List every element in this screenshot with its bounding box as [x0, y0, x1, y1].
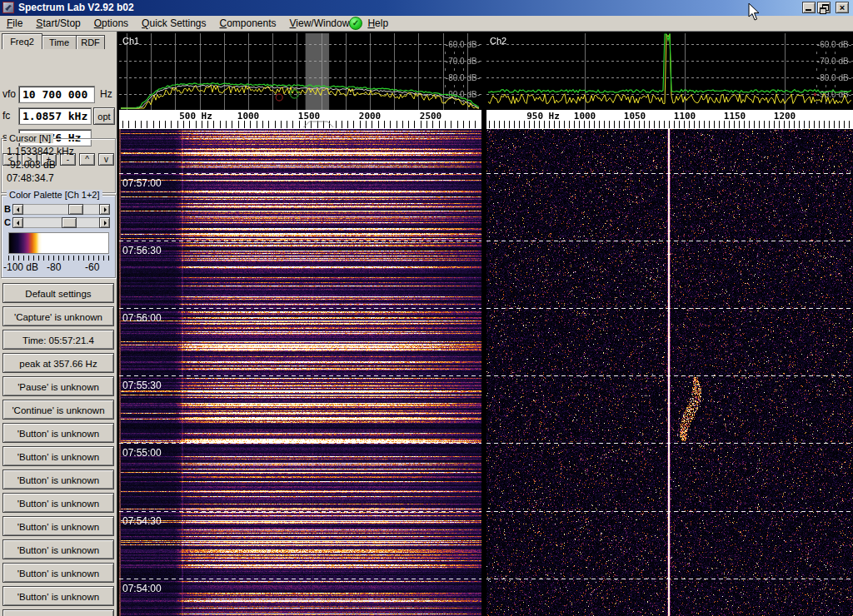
- action-button-8-button-is-unknown[interactable]: 'Button' is unknown: [2, 469, 114, 489]
- palette-scale-label-80: -80: [47, 261, 61, 273]
- sidebar: Freq2TimeRDF vfo 10 700 000 Hz fc 1.0857…: [0, 32, 117, 616]
- fc-input[interactable]: 1.0857 kHz: [18, 107, 92, 125]
- action-button-2-time-05-57-21-4[interactable]: Time: 05:57:21.4: [2, 330, 114, 350]
- cursor-time-readout: 07:48:34.7: [7, 172, 54, 184]
- menu-item-file[interactable]: File: [0, 16, 29, 32]
- ch2-frequency-ruler[interactable]: [486, 110, 853, 129]
- action-button-10-button-is-unknown[interactable]: 'Button' is unknown: [2, 516, 114, 536]
- action-button-partial[interactable]: [2, 609, 114, 616]
- menu-item-options[interactable]: Options: [87, 16, 135, 32]
- cursor-readout-panel: Cursor [N] 1.1533842 kHz -92.003 dB 07:4…: [1, 138, 116, 193]
- contrast-slider[interactable]: [12, 217, 110, 228]
- titlebar[interactable]: Spectrum Lab V2.92 b02 ×: [0, 0, 853, 16]
- ch2-spectrum-graph[interactable]: [486, 33, 853, 110]
- contrast-left-arrow-icon[interactable]: [12, 217, 23, 228]
- vfo-label: vfo: [2, 88, 16, 100]
- ch1-spectrum-graph[interactable]: [119, 33, 481, 110]
- fc-label: fc: [2, 110, 10, 122]
- minimize-button[interactable]: [802, 2, 816, 13]
- action-button-6-button-is-unknown[interactable]: 'Button' is unknown: [2, 423, 114, 443]
- status-activity-icon: ✓: [349, 17, 362, 30]
- cursor-frequency-readout: 1.1533842 kHz: [7, 146, 74, 157]
- ch2-waterfall[interactable]: [486, 129, 853, 616]
- action-button-9-button-is-unknown[interactable]: 'Button' is unknown: [2, 493, 114, 513]
- display-area: [117, 32, 853, 616]
- action-button-12-button-is-unknown[interactable]: 'Button' is unknown: [2, 563, 114, 583]
- palette-scale-label-100-db: -100 dB: [3, 261, 38, 273]
- action-button-1-capture-is-unknown[interactable]: 'Capture' is unknown: [2, 306, 114, 326]
- menubar: FileStart/StopOptionsQuick SettingsCompo…: [0, 16, 853, 32]
- window-title: Spectrum Lab V2.92 b02: [18, 0, 134, 16]
- cursor-panel-title: Cursor [N]: [7, 133, 53, 143]
- palette-scale-label-60: -60: [85, 261, 99, 273]
- tab-freq2[interactable]: Freq2: [2, 33, 42, 49]
- opt-button[interactable]: opt: [93, 107, 115, 125]
- brightness-left-arrow-icon[interactable]: [12, 204, 23, 215]
- action-button-7-button-is-unknown[interactable]: 'Button' is unknown: [2, 446, 114, 466]
- action-button-3-peak-at-357-66-hz[interactable]: peak at 357.66 Hz: [2, 353, 114, 373]
- palette-scale-ticks: [8, 256, 109, 261]
- vfo-input[interactable]: 10 700 000: [18, 86, 95, 103]
- contrast-right-arrow-icon[interactable]: [99, 217, 110, 228]
- restore-button[interactable]: [817, 2, 831, 13]
- application-window: Spectrum Lab V2.92 b02 × FileStart/StopO…: [0, 0, 853, 616]
- brightness-right-arrow-icon[interactable]: [99, 204, 110, 215]
- menu-item-start-stop[interactable]: Start/Stop: [29, 16, 87, 32]
- brightness-slider-thumb[interactable]: [68, 204, 83, 215]
- vfo-unit-label: Hz: [100, 88, 112, 100]
- tab-time[interactable]: Time: [42, 35, 77, 49]
- action-button-4-pause-is-unknown[interactable]: 'Pause' is unknown: [2, 376, 114, 396]
- ch1-frequency-ruler[interactable]: [119, 110, 481, 129]
- menu-item-help[interactable]: Help: [361, 16, 395, 32]
- action-button-11-button-is-unknown[interactable]: 'Button' is unknown: [2, 539, 114, 559]
- action-button-0-default-settings[interactable]: Default settings: [2, 283, 114, 303]
- color-palette-panel: Color Palette [Ch 1+2] B C -100 dB-80-60: [1, 195, 116, 278]
- app-icon[interactable]: [2, 2, 14, 13]
- palette-panel-title: Color Palette [Ch 1+2]: [7, 190, 102, 200]
- close-button[interactable]: ×: [836, 2, 849, 13]
- action-button-5-continue-is-unknown[interactable]: 'Continue' is unknown: [2, 400, 114, 420]
- menu-item-components[interactable]: Components: [213, 16, 283, 32]
- ch1-waterfall[interactable]: [119, 129, 481, 616]
- tab-rdf[interactable]: RDF: [76, 35, 105, 49]
- palette-gradient-bar[interactable]: [8, 232, 109, 254]
- brightness-slider-label: B: [4, 204, 11, 214]
- cursor-level-readout: -92.003 dB: [7, 159, 56, 171]
- contrast-slider-thumb[interactable]: [62, 217, 77, 228]
- brightness-slider[interactable]: [12, 204, 110, 215]
- action-button-13-button-is-unknown[interactable]: 'Button' is unknown: [2, 586, 114, 606]
- contrast-slider-label: C: [4, 217, 11, 227]
- menu-item-quick-settings[interactable]: Quick Settings: [135, 16, 212, 32]
